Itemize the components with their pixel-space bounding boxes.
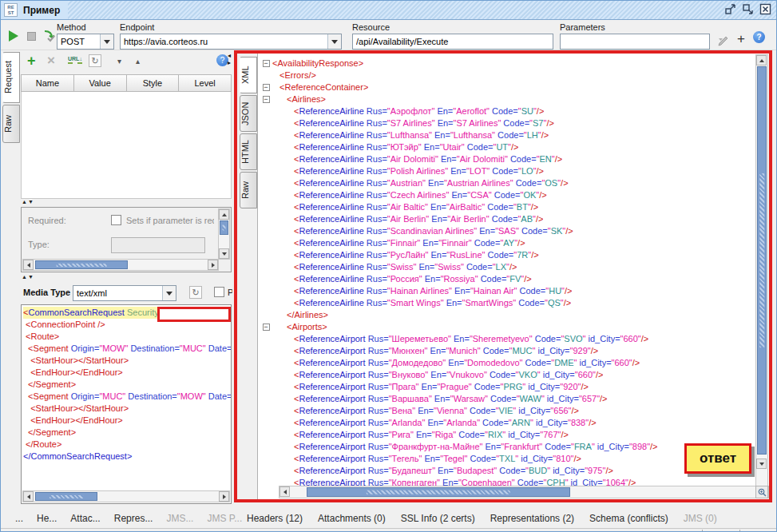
tab-attac-[interactable]: Attac... [70, 513, 100, 524]
move-up-icon[interactable]: ▴ [136, 57, 140, 66]
chevron-down-icon[interactable] [327, 34, 341, 49]
xml-code[interactable]: <ReferenceAirport Rus="Франкфурт-на-Майн… [272, 441, 658, 453]
splitter-handle[interactable]: ▲▼ [22, 199, 46, 207]
add-param-icon[interactable]: + [737, 31, 745, 47]
xml-code[interactable]: <ReferenceAirline Rus="Lufthansa" En="Lu… [272, 129, 549, 141]
tab-schema-conflicts-[interactable]: Schema (conflicts) [589, 513, 668, 524]
tab-representations-2-[interactable]: Representations (2) [490, 513, 574, 524]
xml-code[interactable]: <ReferenceAirport Rus="Шереметьево" En="… [272, 333, 648, 345]
split-collapse-handle[interactable]: ◂▸ [225, 52, 233, 66]
xml-code[interactable]: <ReferenceContainer> [272, 81, 368, 93]
xml-code[interactable]: <ReferenceAirline Rus="S7 Airlines" En="… [272, 117, 554, 129]
tab-ssl-info-2-certs-[interactable]: SSL Info (2 certs) [401, 513, 475, 524]
endpoint-select[interactable]: https://avia.corteos.ru [120, 34, 342, 50]
xml-code[interactable]: <ReferenceAirline Rus="Finnair" En="Finn… [272, 237, 525, 249]
response-horizontal-scrollbar[interactable] [279, 486, 769, 498]
tab-xml[interactable]: XML [240, 57, 257, 93]
column-header-style[interactable]: Style [127, 74, 180, 92]
zoom-icon[interactable] [755, 486, 768, 498]
fold-toggle-icon[interactable]: − [260, 321, 272, 333]
request-xml-line[interactable]: <Route> [23, 331, 229, 343]
xml-code[interactable]: <ReferenceAirline Rus="Swiss" En="Swiss"… [272, 261, 517, 273]
xml-code[interactable]: <Airlines> [272, 93, 326, 105]
xml-code[interactable]: <ReferenceAirline Rus="Air Dolomiti" En=… [272, 153, 562, 165]
xml-code[interactable]: </Airlines> [272, 309, 328, 321]
fold-toggle-icon[interactable]: − [260, 93, 272, 105]
request-xml-line[interactable]: <StartHour></StartHour> [23, 355, 229, 367]
xml-code[interactable]: <ReferenceAirline Rus="Россия" En="Rossi… [272, 273, 532, 285]
tab-raw[interactable]: Raw [2, 105, 20, 143]
response-vertical-scrollbar[interactable] [755, 54, 768, 486]
unfloat-window-icon[interactable] [724, 3, 736, 15]
xml-code[interactable]: <ReferenceAirline Rus="РусЛайн" En="RusL… [272, 249, 539, 261]
recreate-default-icon[interactable]: ↻ [189, 286, 202, 299]
xml-code[interactable]: <ReferenceAirline Rus="Hainan Airlines" … [272, 285, 572, 297]
request-xml-line[interactable]: </CommonSearchRequest> [23, 451, 229, 463]
tab-attachments-0-[interactable]: Attachments (0) [318, 513, 386, 524]
tab-json[interactable]: JSON [240, 95, 257, 132]
required-checkbox[interactable] [111, 215, 121, 225]
request-xml-line[interactable]: <EndHour></EndHour> [23, 367, 229, 379]
run-request-button[interactable] [9, 30, 18, 42]
request-editor-horizontal-scrollbar[interactable] [22, 490, 230, 502]
fold-toggle-icon[interactable]: − [260, 81, 272, 93]
xml-code[interactable]: <ReferenceAirline Rus="Air Berlin" En="A… [272, 213, 543, 225]
params-table-body[interactable] [21, 92, 232, 199]
tab-he-[interactable]: He... [37, 513, 57, 524]
xml-code[interactable]: <ReferenceAirline Rus="Czech Airlines" E… [272, 189, 547, 201]
request-xml-line[interactable]: </Route> [23, 439, 229, 451]
request-xml-line[interactable]: </Segment> [23, 427, 229, 439]
tab-request[interactable]: Request [2, 52, 20, 103]
xml-code[interactable]: <ReferenceAirline Rus="Smart Wings" En="… [272, 297, 571, 309]
move-down-icon[interactable]: ▾ [117, 57, 121, 66]
xml-code[interactable]: <ReferenceAirport Rus="Мюнхен" En="Munic… [272, 345, 598, 357]
xml-code[interactable]: <ReferenceAirport Rus="Рига" En="Riga" C… [272, 429, 569, 441]
float-window-icon[interactable] [742, 3, 754, 15]
column-header-level[interactable]: Level [179, 74, 232, 92]
resource-input[interactable] [352, 34, 553, 50]
xml-code[interactable]: <ReferenceAirport Rus="Тегель" En="Tegel… [272, 453, 581, 465]
xml-code[interactable]: <AvailabilityResponse> [272, 58, 363, 69]
tab--[interactable]: ... [15, 513, 23, 524]
response-xml-editor[interactable]: −<AvailabilityResponse><Errors/>−<Refere… [257, 54, 769, 499]
close-icon[interactable] [759, 3, 771, 15]
submit-to-icon[interactable] [43, 29, 57, 46]
xml-code[interactable]: <ReferenceAirline Rus="Аэрофлот" En="Aer… [272, 105, 544, 117]
xml-code[interactable]: <ReferenceAirport Rus="Прага" En="Prague… [272, 381, 589, 393]
xml-code[interactable]: <ReferenceAirport Rus="Варшава" En="Wars… [272, 393, 608, 405]
tab-raw[interactable]: Raw [240, 172, 257, 208]
request-xml-editor[interactable]: <CommonSearchRequest SecurityKey= <Conne… [21, 304, 232, 504]
xml-code[interactable]: <ReferenceAirport Rus="Домодедово" En="D… [272, 357, 640, 369]
xml-code[interactable]: <ReferenceAirport Rus="Вена" En="Vienna"… [272, 405, 579, 417]
xml-code[interactable]: <ReferenceAirport Rus="Внуково" En="Vnuk… [272, 369, 603, 381]
post-querystring-checkbox[interactable] [214, 287, 224, 297]
edit-params-icon[interactable] [718, 35, 730, 50]
request-xml-line[interactable]: <StartHour></StartHour> [23, 403, 229, 415]
request-xml-line[interactable]: <EndHour></EndHour> [23, 415, 229, 427]
parameters-input[interactable] [560, 34, 710, 50]
column-header-value[interactable]: Value [74, 74, 127, 92]
xml-code[interactable]: <ReferenceAirline Rus="Polish Airlines" … [272, 165, 544, 177]
xml-code[interactable]: <Errors/> [272, 69, 316, 81]
stop-request-button[interactable] [27, 32, 36, 41]
xml-code[interactable]: <ReferenceAirline Rus="Scandinavian Airl… [272, 225, 573, 237]
request-xml-line[interactable]: </Segment> [23, 379, 229, 391]
xml-code[interactable]: <ReferenceAirline Rus="ЮТэйр" En="Utair"… [272, 141, 518, 153]
add-row-icon[interactable]: + [27, 54, 36, 68]
url-encode-icon[interactable]: URL↓ [68, 55, 82, 64]
xml-code[interactable]: <ReferenceAirline Rus="Air Baltic" En="A… [272, 201, 538, 213]
column-header-name[interactable]: Name [21, 74, 74, 92]
detail-horizontal-scrollbar[interactable] [22, 259, 219, 271]
chevron-down-icon[interactable] [100, 34, 113, 49]
tab-headers-12-[interactable]: Headers (12) [247, 513, 303, 524]
request-xml-line[interactable]: <Segment Origin="MOW" Destination="MUC" … [23, 343, 229, 355]
chevron-down-icon[interactable] [162, 286, 176, 300]
splitter-handle[interactable]: ▲▼ [22, 274, 46, 282]
delete-row-icon[interactable]: × [47, 54, 55, 68]
tab-repres-[interactable]: Repres... [114, 513, 153, 524]
request-xml-line[interactable]: <Segment Origin="MUC" Destination="MOW" … [23, 391, 229, 403]
help-icon[interactable]: ? [753, 31, 765, 43]
xml-code[interactable]: <Airports> [272, 321, 327, 333]
xml-code[interactable]: <ReferenceAirline Rus="Austrian" En="Aus… [272, 177, 569, 189]
media-type-select[interactable]: text/xml [73, 285, 176, 301]
